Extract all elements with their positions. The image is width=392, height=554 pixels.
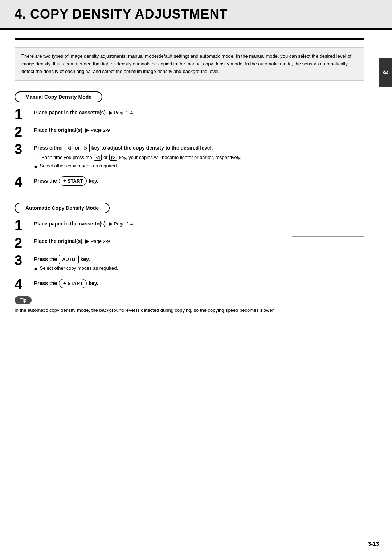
chapter-tab: 3 [379,58,392,87]
lighter-key: ◁ [65,144,73,152]
manual-steps: 1 Place paper in the cassette(s). ▶ Page… [15,109,282,194]
main-content: There are two types of image density adj… [0,30,379,323]
auto-section-header: Automatic Copy Density Mode [15,203,364,213]
manual-image-area [288,109,364,194]
sub-lighter-key: ◁ [94,154,102,161]
page-header: 4. COPY DENSITY ADJUSTMENT [0,0,392,30]
manual-section-body: 1 Place paper in the cassette(s). ▶ Page… [15,109,364,194]
auto-section-body: 1 Place paper in the cassette(s). ▶ Page… [15,220,364,314]
top-divider [15,38,364,40]
auto-step-2: 2 Place the original(s). ▶ Page 2-9 [15,237,282,250]
auto-step-1: 1 Place paper in the cassette(s). ▶ Page… [15,220,282,232]
auto-section: Automatic Copy Density Mode 1 Place pape… [15,203,364,314]
page-title: 4. COPY DENSITY ADJUSTMENT [15,7,377,22]
tip-label: Tip [15,296,32,304]
manual-section-header: Manual Copy Density Mode [15,91,364,102]
tip-text: In the automatic copy density mode, the … [15,307,282,314]
auto-key: AUTO [59,255,79,264]
manual-section: Manual Copy Density Mode 1 Place paper i… [15,91,364,194]
auto-section-label: Automatic Copy Density Mode [15,203,110,213]
auto-step-4: 4 Press the ✦START key. [15,279,282,291]
darker-key: ▷ [82,144,90,152]
tip-box: Tip In the automatic copy density mode, … [15,296,282,314]
manual-image-placeholder [292,121,364,182]
intro-box: There are two types of image density adj… [15,47,364,81]
auto-image-placeholder [292,236,364,298]
auto-image-area [288,220,364,314]
auto-steps: 1 Place paper in the cassette(s). ▶ Page… [15,220,282,314]
manual-step-2: 2 Place the original(s). ▶ Page 2-9 [15,126,282,139]
start-key-manual: ✦START [59,176,87,186]
auto-step-3: 3 Press the AUTO key. ● Select other cop… [15,255,282,274]
manual-section-label: Manual Copy Density Mode [15,91,102,102]
start-key-auto: ✦START [59,279,87,288]
sub-darker-key: ▷ [109,154,117,161]
manual-step-4: 4 Press the ✦START key. [15,176,282,189]
manual-step-3: 3 Press either ◁ or ▷ key to adjust the … [15,144,282,171]
manual-step-1: 1 Place paper in the cassette(s). ▶ Page… [15,109,282,121]
page-number: 3-13 [368,541,379,547]
